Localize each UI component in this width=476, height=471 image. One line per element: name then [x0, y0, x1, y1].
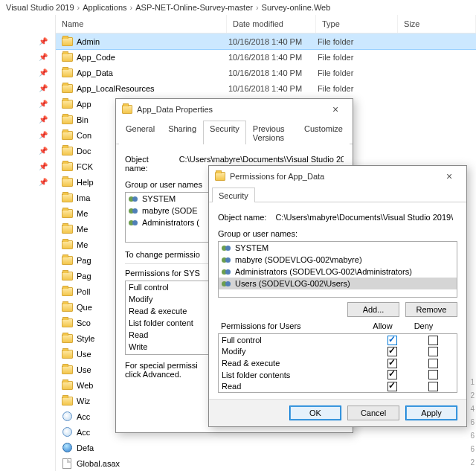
tab-sharing[interactable]: Sharing: [161, 121, 203, 144]
apply-button[interactable]: Apply: [405, 406, 457, 420]
pin-icon[interactable]: 📌: [0, 68, 55, 84]
perm-name: Full control: [222, 336, 372, 345]
allow-checkbox[interactable]: [387, 347, 397, 356]
tab-security[interactable]: Security: [203, 121, 246, 144]
titlebar[interactable]: App_Data Properties ×: [116, 99, 353, 120]
col-size[interactable]: Size: [398, 15, 476, 33]
folder-icon: [60, 208, 74, 220]
dialog-title: App_Data Properties: [137, 105, 320, 114]
pin-icon[interactable]: 📌: [0, 162, 55, 178]
user-list[interactable]: SYSTEMmabyre (SODEVLOG-002\mabyre)Admini…: [218, 241, 457, 298]
perm-name: Modify: [222, 347, 372, 356]
folder-icon: [60, 317, 74, 329]
deny-checkbox[interactable]: [428, 336, 438, 345]
folder-icon: [60, 348, 74, 360]
pin-icon[interactable]: 📌: [0, 53, 55, 68]
col-type[interactable]: Type: [316, 15, 398, 33]
obj-label: Object name:: [218, 213, 266, 222]
file-date: 10/16/2018 1:40 PM: [228, 68, 318, 77]
column-headers[interactable]: Name Date modified Type Size: [56, 15, 476, 33]
table-row[interactable]: App_LocalResources10/16/2018 1:40 PMFile…: [56, 80, 476, 96]
file-name: App_Data: [77, 68, 228, 77]
pin-icon[interactable]: 📌: [0, 131, 55, 147]
users-icon: [222, 267, 232, 276]
file-type: File folder: [318, 37, 399, 46]
folder-icon: [215, 172, 225, 181]
perm-row: Modify: [219, 346, 457, 358]
tabs[interactable]: Security: [209, 187, 466, 202]
tab-general[interactable]: General: [119, 121, 161, 144]
close-icon[interactable]: ×: [438, 170, 460, 182]
deny-checkbox[interactable]: [428, 382, 438, 391]
folder-icon: [60, 51, 74, 63]
permissions-dialog[interactable]: Permissions for App_Data × Security Obje…: [208, 165, 467, 427]
list-item[interactable]: mabyre (SODEVLOG-002\mabyre): [219, 254, 457, 266]
file-name: Global.asax: [77, 459, 228, 468]
tabs[interactable]: GeneralSharingSecurityPrevious VersionsC…: [116, 120, 353, 144]
col-date[interactable]: Date modified: [227, 15, 316, 33]
pin-icon[interactable]: 📌: [0, 84, 55, 100]
close-icon[interactable]: ×: [324, 103, 347, 115]
remove-button[interactable]: Remove: [405, 302, 457, 317]
cancel-button[interactable]: Cancel: [347, 406, 399, 420]
margin-number: 6: [470, 432, 475, 440]
allow-checkbox[interactable]: [387, 370, 397, 379]
table-row[interactable]: Defa: [56, 440, 476, 455]
pin-icon[interactable]: 📌: [0, 37, 55, 53]
breadcrumb-item[interactable]: Survey-online.Web: [262, 3, 331, 12]
titlebar[interactable]: Permissions for App_Data ×: [209, 166, 466, 187]
table-row[interactable]: Admin10/16/2018 1:40 PMFile folder: [56, 33, 476, 49]
list-item[interactable]: Users (SODEVLOG-002\Users): [219, 278, 457, 289]
table-row[interactable]: App_Code10/16/2018 1:40 PMFile folder: [56, 49, 476, 65]
obj-value: C:\Users\mabyre\Documents\Visual Studio …: [275, 213, 453, 222]
users-icon: [129, 194, 139, 203]
groups-label: Group or user names:: [218, 229, 457, 238]
folder-icon: [60, 145, 74, 157]
chevron-right-icon: ›: [130, 3, 133, 12]
folder-icon: [60, 98, 74, 110]
deny-checkbox[interactable]: [428, 347, 438, 356]
chevron-right-icon: ›: [256, 3, 259, 12]
allow-checkbox[interactable]: [387, 336, 397, 345]
allow-checkbox[interactable]: [387, 359, 397, 368]
tab-customize[interactable]: Customize: [298, 121, 350, 144]
nav-pane: 📌📌📌📌📌📌📌📌📌📌: [0, 15, 56, 471]
cfg-icon: [60, 411, 74, 423]
folder-icon: [60, 192, 74, 204]
perm-row: Read & execute: [219, 357, 457, 369]
list-item[interactable]: Administrators (SODEVLOG-002\Administrat…: [219, 266, 457, 278]
table-row[interactable]: App_Data10/16/2018 1:40 PMFile folder: [56, 65, 476, 80]
breadcrumb-item[interactable]: Applications: [83, 3, 126, 12]
breadcrumb[interactable]: Visual Studio 2019›Applications›ASP-NET-…: [0, 0, 476, 15]
deny-checkbox[interactable]: [428, 370, 438, 379]
list-item[interactable]: SYSTEM: [219, 242, 457, 254]
breadcrumb-item[interactable]: Visual Studio 2019: [6, 3, 74, 12]
file-type: File folder: [318, 84, 399, 93]
folder-icon: [60, 270, 74, 282]
table-row[interactable]: Global.asax: [56, 455, 476, 471]
pin-icon[interactable]: 📌: [0, 178, 55, 193]
margin-number: 2: [470, 391, 475, 400]
users-icon: [129, 218, 139, 227]
tab-security[interactable]: Security: [212, 188, 255, 202]
col-name[interactable]: Name: [56, 15, 227, 33]
file-name: Defa: [77, 443, 228, 452]
pin-icon[interactable]: 📌: [0, 115, 55, 131]
folder-icon: [60, 364, 74, 376]
perm-row: Read: [219, 380, 457, 392]
perm-name: Read & execute: [222, 359, 372, 368]
pin-icon[interactable]: 📌: [0, 147, 55, 162]
add-button[interactable]: Add...: [347, 302, 399, 317]
tab-previous-versions[interactable]: Previous Versions: [246, 121, 298, 144]
file-date: 10/16/2018 1:40 PM: [228, 84, 318, 93]
ok-button[interactable]: OK: [289, 406, 341, 420]
allow-checkbox[interactable]: [387, 382, 397, 391]
pin-icon[interactable]: 📌: [0, 100, 55, 115]
breadcrumb-item[interactable]: ASP-NET-Online-Survey-master: [135, 3, 253, 12]
folder-icon: [60, 161, 74, 173]
perm-name: Read: [222, 382, 372, 391]
perm-grid[interactable]: Full controlModifyRead & executeList fol…: [219, 334, 457, 392]
file-name: Admin: [77, 37, 228, 46]
deny-checkbox[interactable]: [428, 359, 438, 368]
perm-row: Full control: [219, 334, 457, 346]
